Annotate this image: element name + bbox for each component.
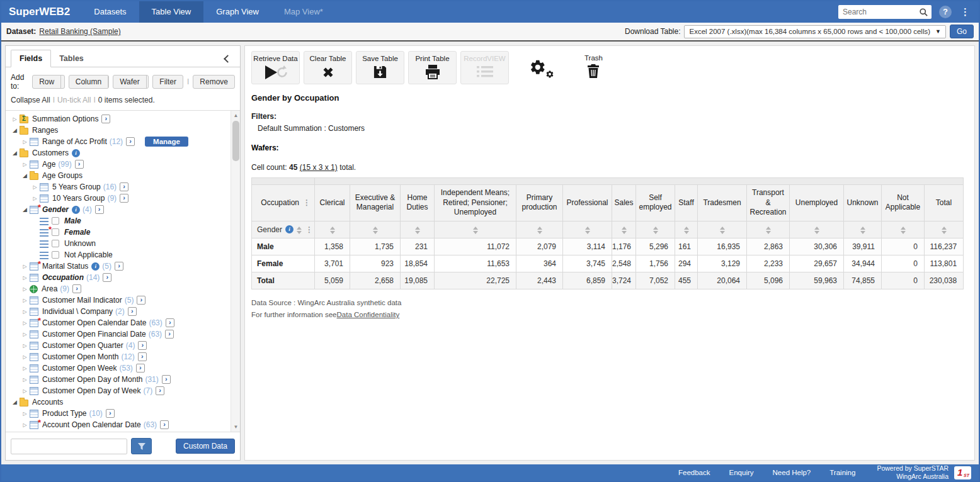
sort-icon[interactable] xyxy=(585,227,590,234)
tree-item-accounts[interactable]: ◢Accounts xyxy=(8,396,230,408)
data-cell[interactable]: 294 xyxy=(675,255,698,272)
column-header-professional[interactable]: Professional xyxy=(563,185,612,221)
row-header-male[interactable]: Male xyxy=(252,238,315,255)
data-cell[interactable]: 0 xyxy=(882,272,925,289)
twisty-closed-icon[interactable]: ▷ xyxy=(21,286,29,292)
tree-item-area[interactable]: ▷Area(9)› xyxy=(8,283,230,294)
twisty-closed-icon[interactable]: ▷ xyxy=(31,196,39,201)
twisty-closed-icon[interactable]: ▷ xyxy=(21,298,29,303)
table-options-gear-icon[interactable] xyxy=(529,59,556,82)
twisty-closed-icon[interactable]: ▷ xyxy=(21,377,29,383)
column-header-tradesmen[interactable]: Tradesmen xyxy=(698,185,747,221)
add-to-wafer-button[interactable]: Wafer xyxy=(113,75,149,89)
row-header-female[interactable]: Female xyxy=(252,255,315,272)
tree-item-customer-open-month[interactable]: ▷Customer Open Month(12)› xyxy=(8,351,230,362)
open-field-arrow-icon[interactable]: › xyxy=(162,375,171,384)
sort-icon[interactable] xyxy=(942,227,947,234)
twisty-closed-icon[interactable]: ▷ xyxy=(21,264,29,269)
field-filter-input[interactable] xyxy=(11,439,127,454)
nav-tab-table-view[interactable]: Table View xyxy=(139,1,204,23)
search-input[interactable] xyxy=(843,8,919,16)
download-format-select[interactable]: Excel 2007 (.xlsx)(max 16,384 columns x … xyxy=(684,25,946,38)
column-header-transport-recreation[interactable]: Transport & Recreation xyxy=(747,185,790,221)
cell-count-dims-link[interactable]: (15 x 3 x 1) xyxy=(300,163,338,172)
tree-item-unknown[interactable]: Unknown xyxy=(8,238,230,249)
column-header-total[interactable]: Total xyxy=(925,185,964,221)
twisty-closed-icon[interactable]: ▷ xyxy=(31,184,39,190)
tree-item-male[interactable]: Male xyxy=(8,215,230,227)
sort-icon[interactable] xyxy=(766,227,771,234)
data-cell[interactable]: 2,658 xyxy=(350,272,401,289)
data-cell[interactable]: 34,944 xyxy=(844,255,882,272)
twisty-open-icon[interactable]: ◢ xyxy=(11,127,19,133)
twisty-closed-icon[interactable]: ▷ xyxy=(21,275,29,281)
sort-icon[interactable] xyxy=(537,227,542,234)
untick-all-link[interactable]: Un-tick All xyxy=(57,96,91,104)
row-header-total[interactable]: Total xyxy=(252,272,315,289)
column-header-home-duties[interactable]: Home Duties xyxy=(401,185,435,221)
data-cell[interactable]: 2,548 xyxy=(612,255,636,272)
manage-button[interactable]: Manage xyxy=(145,137,188,147)
data-cell[interactable]: 231 xyxy=(401,238,435,255)
tree-item-customer-open-week[interactable]: ▷Customer Open Week(53)› xyxy=(8,362,230,374)
twisty-closed-icon[interactable]: ▷ xyxy=(11,116,19,122)
data-cell[interactable]: 0 xyxy=(882,255,925,272)
column-header-clerical[interactable]: Clerical xyxy=(315,185,350,221)
column-dimension-header[interactable]: Occupation⋮ xyxy=(252,185,315,221)
footer-link-enquiry[interactable]: Enquiry xyxy=(729,469,754,476)
tree-item-customer-open-day-of-week[interactable]: ▷Customer Open Day of Week(7)› xyxy=(8,385,230,396)
tree-item-age-groups[interactable]: ◢Age Groups xyxy=(8,170,230,181)
data-cell[interactable]: 923 xyxy=(350,255,401,272)
data-cell[interactable]: 2,233 xyxy=(747,255,790,272)
tree-item-10-years-group[interactable]: ▷10 Years Group(9)› xyxy=(8,193,230,204)
data-cell[interactable]: 7,052 xyxy=(636,272,675,289)
data-cell[interactable]: 1,176 xyxy=(612,238,636,255)
dataset-link[interactable]: Retail Banking (Sample) xyxy=(39,27,120,36)
checkbox-female[interactable] xyxy=(52,228,59,236)
add-to-column-button[interactable]: Column xyxy=(69,75,109,89)
open-field-arrow-icon[interactable]: › xyxy=(136,364,145,373)
menu-kebab-icon[interactable]: ⋮ xyxy=(959,6,971,18)
footer-link-feedback[interactable]: Feedback xyxy=(678,469,710,476)
data-cell[interactable]: 113,801 xyxy=(925,255,964,272)
open-field-arrow-icon[interactable]: › xyxy=(165,330,174,339)
twisty-closed-icon[interactable]: ▷ xyxy=(21,309,29,315)
sort-icon[interactable] xyxy=(684,227,689,234)
tree-item-account-open-financial-date[interactable]: ▷Account Open Financial Date(63)› xyxy=(8,430,230,432)
data-cell[interactable]: 5,096 xyxy=(747,272,790,289)
data-cell[interactable]: 2,079 xyxy=(516,238,563,255)
open-field-arrow-icon[interactable]: › xyxy=(128,307,137,316)
twisty-closed-icon[interactable]: ▷ xyxy=(21,411,29,417)
data-cell[interactable]: 18,854 xyxy=(401,255,435,272)
column-menu-kebab-icon[interactable]: ⋮ xyxy=(303,198,311,207)
twisty-closed-icon[interactable]: ▷ xyxy=(21,162,29,167)
row-dimension-header[interactable]: Genderi⋮ xyxy=(252,221,315,238)
twisty-open-icon[interactable]: ◢ xyxy=(21,172,29,179)
data-cell[interactable]: 19,085 xyxy=(401,272,435,289)
column-caret-icon[interactable] xyxy=(108,76,109,88)
twisty-closed-icon[interactable]: ▷ xyxy=(21,354,29,360)
tree-item-customer-open-financial-date[interactable]: ▷Customer Open Financial Date(63)› xyxy=(8,328,230,340)
column-header-sales[interactable]: Sales xyxy=(612,185,636,221)
data-cell[interactable]: 5,296 xyxy=(636,238,675,255)
open-field-arrow-icon[interactable]: › xyxy=(138,341,147,350)
add-to-filter-button[interactable]: Filter xyxy=(152,75,183,89)
tree-item-occupation[interactable]: ▷Occupation(14)› xyxy=(8,272,230,283)
data-cell[interactable]: 1,756 xyxy=(636,255,675,272)
info-icon[interactable]: i xyxy=(285,225,293,233)
twisty-closed-icon[interactable]: ▷ xyxy=(21,422,29,428)
sort-icon[interactable] xyxy=(901,227,906,234)
data-cell[interactable]: 230,038 xyxy=(925,272,964,289)
open-field-arrow-icon[interactable]: › xyxy=(120,182,128,191)
save-table-button[interactable]: Save Table xyxy=(356,51,404,84)
column-header-independent-means-retired-pens[interactable]: Independent Means; Retired; Pensioner; U… xyxy=(435,185,516,221)
twisty-closed-icon[interactable]: ▷ xyxy=(21,388,29,394)
open-field-arrow-icon[interactable]: › xyxy=(120,194,128,203)
twisty-closed-icon[interactable]: ▷ xyxy=(21,139,29,145)
tree-item-customer-open-quarter[interactable]: ▷Customer Open Quarter(4)› xyxy=(8,340,230,351)
clear-table-button[interactable]: Clear Table xyxy=(304,51,352,84)
twisty-closed-icon[interactable]: ▷ xyxy=(21,343,29,349)
tree-item-summation-options[interactable]: ▷Summation Options› xyxy=(8,113,230,125)
twisty-open-icon[interactable]: ◢ xyxy=(11,150,19,156)
tree-item-account-open-calendar-date[interactable]: ▷Account Open Calendar Date(63)› xyxy=(8,419,230,430)
